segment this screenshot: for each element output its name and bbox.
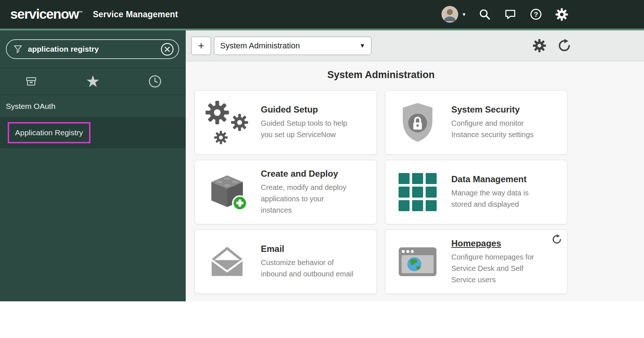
chat-button[interactable]	[503, 7, 518, 22]
nav-item-row: Application Registry	[0, 118, 186, 148]
settings-button[interactable]	[554, 7, 569, 22]
brick-plus-icon	[203, 168, 251, 216]
card-refresh-button[interactable]	[552, 234, 562, 246]
content-frame: + System Administration ▼ System Adminis…	[186, 30, 644, 301]
card-text: Homepages Configure homepages for Servic…	[451, 238, 534, 286]
product-title: Service Management	[93, 10, 178, 19]
toolbar-settings-button[interactable]	[532, 38, 547, 53]
header-controls: ▼ ?	[441, 6, 569, 23]
filter-area	[0, 30, 186, 68]
chevron-down-icon: ▼	[462, 12, 466, 17]
user-menu[interactable]: ▼	[441, 6, 466, 23]
content-toolbar: + System Administration ▼	[186, 30, 644, 61]
tab-all-applications[interactable]	[0, 68, 62, 95]
star-icon: ★	[86, 73, 100, 89]
navigator-tabs: ★	[0, 68, 186, 95]
card-title: System Security	[451, 104, 534, 115]
card-description: Configure and monitor Instance security …	[451, 118, 534, 140]
content-body: System Administration Guided Setup Guide…	[186, 61, 644, 301]
card-homepages[interactable]: Homepages Configure homepages for Servic…	[385, 229, 567, 294]
card-guided-setup[interactable]: Guided Setup Guided Setup tools to help …	[195, 90, 377, 155]
toolbar-refresh-button[interactable]	[557, 38, 571, 53]
category-dropdown[interactable]: System Administration ▼	[214, 37, 371, 55]
search-button[interactable]	[477, 7, 492, 22]
card-title: Data Management	[451, 174, 534, 184]
card-description: Customize behavior of inbound and outbou…	[261, 257, 356, 280]
card-create-and-deploy[interactable]: Create and Deploy Create, modify and dep…	[195, 160, 377, 224]
homepages-link[interactable]: Homepages	[451, 238, 534, 249]
card-title: Email	[261, 244, 356, 254]
funnel-icon	[13, 44, 23, 54]
trademark-mark: ™	[79, 10, 83, 15]
card-description: Manage the way data is stored and displa…	[451, 187, 534, 210]
tab-favorites[interactable]: ★	[62, 68, 124, 95]
avatar-image	[441, 6, 458, 23]
refresh-icon	[558, 39, 571, 52]
toolbar-actions	[532, 38, 571, 53]
chevron-down-icon: ▼	[359, 43, 365, 49]
nav-section-system-oauth[interactable]: System OAuth	[0, 95, 186, 118]
card-data-management[interactable]: Data Management Manage the way data is s…	[385, 160, 567, 224]
banner-header: servicenow™ Service Management ▼	[0, 0, 644, 29]
browser-globe-icon	[393, 238, 442, 286]
tab-history[interactable]	[124, 68, 186, 95]
card-text: Data Management Manage the way data is s…	[451, 174, 534, 210]
page-title: System Administration	[195, 69, 567, 81]
card-text: Guided Setup Guided Setup tools to help …	[261, 104, 356, 140]
servicenow-logo[interactable]: servicenow™	[10, 7, 83, 22]
archive-box-icon	[25, 75, 38, 88]
avatar[interactable]	[441, 6, 458, 23]
annotation-highlight-box: Application Registry	[8, 122, 90, 143]
application-navigator: ★ System OAuth Application Registry	[0, 30, 186, 301]
filter-navigator[interactable]	[6, 39, 179, 59]
card-system-security[interactable]: System Security Configure and monitor In…	[385, 90, 567, 155]
nav-item-application-registry[interactable]: Application Registry	[15, 128, 83, 137]
gear-icon	[533, 39, 546, 52]
card-grid: Guided Setup Guided Setup tools to help …	[195, 90, 567, 294]
add-application-button[interactable]: +	[191, 37, 211, 55]
card-title: Guided Setup	[261, 104, 356, 115]
gears-icon	[203, 98, 251, 147]
card-title: Create and Deploy	[261, 169, 356, 179]
clear-filter-button[interactable]	[160, 43, 174, 56]
filter-input[interactable]	[28, 45, 160, 54]
card-email[interactable]: Email Customize behavior of inbound and …	[195, 229, 377, 294]
section-label: System OAuth	[6, 102, 55, 111]
card-description: Guided Setup tools to help you set up Se…	[261, 118, 356, 140]
refresh-icon	[552, 234, 562, 245]
card-description: Create, modify and deploy applications t…	[261, 182, 356, 216]
card-description: Configure homepages for Service Desk and…	[451, 251, 534, 286]
help-button[interactable]: ?	[529, 7, 543, 22]
category-dropdown-value: System Administration	[220, 41, 300, 51]
tile-grid-icon	[393, 168, 442, 216]
search-icon	[479, 8, 491, 20]
svg-text:?: ?	[534, 11, 538, 18]
envelope-icon	[203, 238, 251, 286]
app-window: servicenow™ Service Management ▼	[0, 0, 644, 301]
card-text: System Security Configure and monitor In…	[451, 104, 534, 140]
clock-icon	[148, 74, 162, 88]
card-text: Email Customize behavior of inbound and …	[261, 244, 356, 280]
gear-icon	[555, 8, 568, 21]
shield-lock-icon	[393, 98, 442, 147]
card-text: Create and Deploy Create, modify and dep…	[261, 169, 356, 216]
chat-icon	[504, 8, 517, 21]
help-icon: ?	[530, 8, 542, 21]
